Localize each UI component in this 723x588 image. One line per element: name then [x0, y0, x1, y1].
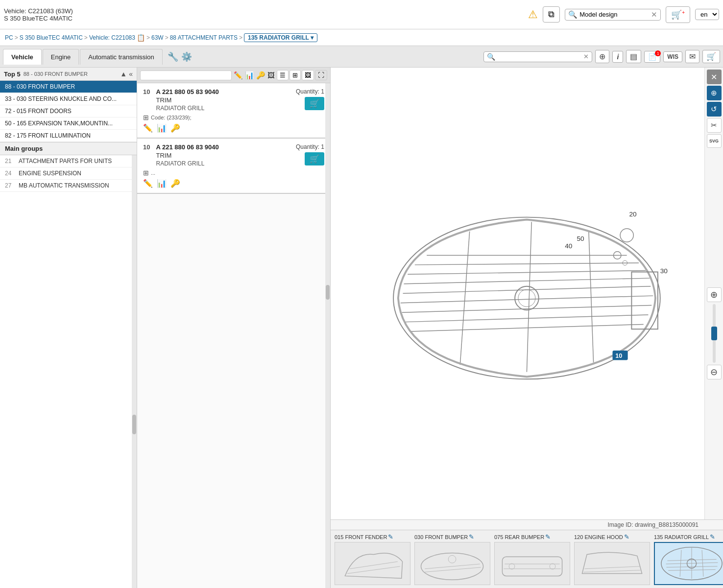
- thumb-120[interactable]: 120 ENGINE HOOD ✎: [574, 533, 650, 585]
- svg-rect-28: [415, 542, 489, 585]
- diagram-history-btn[interactable]: ↺: [707, 102, 722, 117]
- thumb-edit-1[interactable]: ✎: [469, 533, 474, 541]
- parts-search-input[interactable]: [140, 71, 232, 80]
- part-entry-0: 10 A 221 880 05 83 9040 TRIM RADIATOR GR…: [137, 83, 330, 139]
- doc-btn[interactable]: 📄1: [644, 51, 660, 63]
- svg-line-8: [415, 263, 639, 265]
- group-item-27[interactable]: 27 MB AUTOMATIC TRANSMISSION: [0, 180, 137, 192]
- diagram-crosshair-btn[interactable]: ⊕: [707, 86, 722, 100]
- sep2: >: [84, 34, 88, 41]
- info-btn[interactable]: i: [612, 51, 623, 63]
- diagram-remove-btn[interactable]: ✂: [707, 118, 722, 133]
- part-chart-1[interactable]: 📊: [157, 179, 167, 188]
- parts-list: 10 A 221 880 05 83 9040 TRIM RADIATOR GR…: [137, 83, 330, 588]
- middle-toolbar: ✏️ 📊 🔑 🖼 ☰ ⊞ 🖼 ⛶: [137, 68, 330, 83]
- thumb-015[interactable]: 015 FRONT FENDER ✎: [335, 533, 410, 585]
- part-name-0: TRIM: [156, 96, 218, 104]
- parts-chart-btn[interactable]: 📊: [245, 71, 254, 80]
- breadcrumb-vehicle[interactable]: Vehicle: C221083: [89, 34, 135, 41]
- parts-key-btn[interactable]: 🔑: [256, 71, 265, 80]
- group-item-21[interactable]: 21 ATTACHMENT PARTS FOR UNITS: [0, 155, 137, 167]
- breadcrumb-pc[interactable]: PC: [5, 34, 13, 41]
- warning-icon[interactable]: ⚠: [528, 8, 538, 21]
- tab-auto-transmission[interactable]: Automatic transmission: [80, 49, 162, 65]
- top5-collapse-up[interactable]: ▲: [120, 70, 127, 78]
- image-id-bar: Image ID: drawing_B88135000091: [331, 519, 723, 530]
- main-search-box: 🔍 ✕: [483, 51, 592, 62]
- svg-line-4: [405, 315, 648, 322]
- part-key-1[interactable]: 🔑: [170, 179, 180, 188]
- thumb-edit-3[interactable]: ✎: [624, 533, 629, 541]
- svg-rect-39: [575, 542, 649, 585]
- breadcrumb-63w[interactable]: 63W: [151, 34, 164, 41]
- tab-icon-gear[interactable]: ⚙️: [181, 51, 192, 62]
- part-code-0: ⊞ Code: (233/239);: [143, 114, 324, 121]
- search-clear-icon[interactable]: ✕: [651, 10, 657, 19]
- part-qty-label-0: Quantity: 1: [296, 88, 324, 95]
- thumb-030[interactable]: 030 FRONT BUMPER ✎: [414, 533, 490, 585]
- breadcrumb-88[interactable]: 88 ATTACHMENT PARTS: [170, 34, 238, 41]
- zoom-in-diagram[interactable]: ⊕: [707, 287, 722, 302]
- top-cart-btn[interactable]: 🛒: [702, 50, 720, 63]
- tab-vehicle[interactable]: Vehicle: [3, 49, 42, 65]
- part-key-0[interactable]: 🔑: [170, 123, 180, 133]
- add-to-cart-1[interactable]: 🛒: [305, 152, 324, 165]
- top5-header: Top 5 88 - 030 FRONT BUMPER ▲ «: [0, 68, 137, 81]
- thumb-075[interactable]: 075 REAR BUMPER ✎: [494, 533, 570, 585]
- parts-search-btn[interactable]: ✏️: [234, 71, 243, 80]
- top-bar: Vehicle: C221083 (63W) S 350 BlueTEC 4MA…: [0, 0, 723, 29]
- part-edit-0[interactable]: ✏️: [143, 123, 153, 133]
- breadcrumb-135[interactable]: 135 RADIATOR GRILL ▾: [244, 33, 317, 42]
- zoom-out-diagram[interactable]: ⊖: [707, 365, 722, 379]
- group-item-24[interactable]: 24 ENGINE SUSPENSION: [0, 167, 137, 180]
- svg-line-3: [402, 306, 652, 313]
- tab-icon-wrench[interactable]: 🔧: [168, 51, 178, 62]
- diagram-svg-btn[interactable]: SVG: [707, 134, 722, 148]
- zoom-in-btn[interactable]: ⊕: [595, 50, 609, 63]
- svg-text:50: 50: [577, 235, 585, 243]
- diagram-close-btn[interactable]: ✕: [707, 70, 722, 84]
- copy-button[interactable]: ⧉: [543, 6, 560, 23]
- main-search-input[interactable]: [495, 53, 583, 60]
- part-edit-1[interactable]: ✏️: [143, 179, 153, 188]
- thumb-135[interactable]: 135 RADIATOR GRILL ✎: [654, 533, 723, 585]
- add-to-cart-0[interactable]: 🛒: [305, 97, 324, 110]
- thumb-label-3: 120 ENGINE HOOD ✎: [574, 533, 629, 541]
- tab-engine[interactable]: Engine: [43, 49, 79, 65]
- top5-item-1[interactable]: 33 - 030 STEERING KNUCKLE AND CO...: [0, 93, 137, 105]
- cart-button[interactable]: 🛒+: [666, 6, 690, 23]
- wis-btn[interactable]: WIS: [663, 51, 682, 62]
- top5-collapse-all[interactable]: «: [129, 70, 133, 78]
- breadcrumb-s350[interactable]: S 350 BlueTEC 4MATIC: [20, 34, 83, 41]
- top5-item-2[interactable]: 72 - 015 FRONT DOORS: [0, 105, 137, 118]
- top5-item-3[interactable]: 50 - 165 EXPANSION TANK,MOUNTIN...: [0, 118, 137, 130]
- top5-item-4[interactable]: 82 - 175 FRONT ILLUMINATION: [0, 130, 137, 142]
- expand-btn[interactable]: ⛶: [315, 70, 327, 80]
- part-chart-0[interactable]: 📊: [157, 123, 167, 133]
- language-select[interactable]: en: [695, 9, 719, 20]
- group-num-21: 21: [5, 158, 19, 165]
- mail-btn[interactable]: ✉: [685, 50, 699, 63]
- part-pos-1: 10: [143, 143, 150, 151]
- vehicle-info-block: Vehicle: C221083 (63W) S 350 BlueTEC 4MA…: [4, 7, 73, 22]
- top5-item-0[interactable]: 88 - 030 FRONT BUMPER: [0, 81, 137, 93]
- image-view-btn[interactable]: 🖼: [302, 70, 314, 80]
- thumb-edit-0[interactable]: ✎: [388, 533, 393, 541]
- svg-point-14: [518, 290, 535, 307]
- svg-line-11: [527, 222, 532, 372]
- model-design-search[interactable]: [578, 11, 651, 18]
- part-code-1: ⊞ ...: [143, 169, 324, 177]
- part-number-1: A 221 880 06 83 9040: [156, 143, 218, 151]
- thumb-label-2: 075 REAR BUMPER ✎: [494, 533, 551, 541]
- parts-img-btn[interactable]: 🖼: [267, 71, 275, 79]
- group-label-21: ATTACHMENT PARTS FOR UNITS: [19, 158, 112, 165]
- filter-btn[interactable]: ▤: [626, 50, 641, 63]
- thumb-edit-2[interactable]: ✎: [545, 533, 551, 541]
- grid-view-btn[interactable]: ⊞: [289, 70, 301, 80]
- main-search-clear[interactable]: ✕: [583, 53, 589, 60]
- thumb-edit-4[interactable]: ✎: [710, 533, 715, 541]
- top5-list: 88 - 030 FRONT BUMPER 33 - 030 STEERING …: [0, 81, 137, 142]
- list-view-btn[interactable]: ☰: [277, 70, 289, 80]
- part-subname-1: RADIATOR GRILL: [156, 160, 218, 167]
- group-label-24: ENGINE SUSPENSION: [19, 170, 81, 177]
